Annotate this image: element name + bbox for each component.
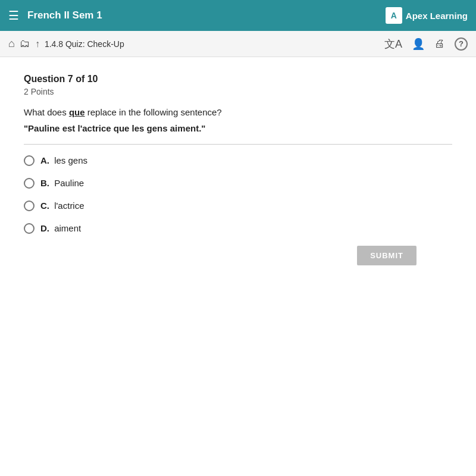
print-icon[interactable]: 🖨 bbox=[434, 37, 445, 50]
question-text: What does que replace in the following s… bbox=[24, 106, 452, 120]
top-nav: ☰ French II Sem 1 A Apex Learning bbox=[0, 0, 476, 31]
radio-b[interactable] bbox=[24, 178, 35, 189]
option-d-text: aiment bbox=[54, 223, 81, 233]
course-title: French II Sem 1 bbox=[27, 10, 102, 21]
option-b-label: B. Pauline bbox=[40, 178, 84, 188]
option-b-text: Pauline bbox=[54, 178, 84, 188]
option-d[interactable]: D. aiment bbox=[24, 223, 452, 234]
question-points: 2 Points bbox=[24, 87, 452, 96]
highlight-word: que bbox=[69, 107, 85, 117]
apex-logo-text: Apex Learning bbox=[406, 11, 468, 21]
top-nav-right: A Apex Learning bbox=[386, 7, 468, 24]
translate-icon[interactable]: 文A bbox=[384, 37, 402, 51]
radio-a[interactable] bbox=[24, 155, 35, 166]
apex-logo-icon: A bbox=[386, 7, 402, 24]
breadcrumb-text: 1.4.8 Quiz: Check-Up bbox=[45, 39, 124, 49]
top-nav-left: ☰ French II Sem 1 bbox=[8, 8, 102, 23]
home-icon[interactable]: ⌂ bbox=[8, 37, 15, 50]
option-b-letter: B. bbox=[40, 178, 49, 188]
menu-icon[interactable]: ☰ bbox=[8, 8, 19, 23]
secondary-nav-right: 文A 👤 🖨 ? bbox=[384, 37, 468, 51]
profile-icon[interactable]: 👤 bbox=[412, 37, 425, 51]
options-container: A. les gens B. Pauline C. l'actrice D. a… bbox=[24, 155, 452, 234]
option-b[interactable]: B. Pauline bbox=[24, 178, 452, 189]
option-c-text: l'actrice bbox=[54, 201, 84, 211]
option-a[interactable]: A. les gens bbox=[24, 155, 452, 166]
help-icon[interactable]: ? bbox=[455, 37, 468, 51]
secondary-nav-left: ⌂ 🗂 ↑ 1.4.8 Quiz: Check-Up bbox=[8, 37, 124, 50]
option-c-label: C. l'actrice bbox=[40, 201, 84, 211]
breadcrumb-separator: ↑ bbox=[35, 39, 40, 49]
radio-c[interactable] bbox=[24, 201, 35, 211]
apex-logo: A Apex Learning bbox=[386, 7, 468, 24]
option-c[interactable]: C. l'actrice bbox=[24, 201, 452, 211]
secondary-nav: ⌂ 🗂 ↑ 1.4.8 Quiz: Check-Up 文A 👤 🖨 ? bbox=[0, 31, 476, 57]
option-d-label: D. aiment bbox=[40, 223, 81, 233]
submit-area: SUBMIT bbox=[24, 246, 452, 265]
question-sentence: "Pauline est l'actrice que les gens aime… bbox=[24, 123, 452, 133]
option-c-letter: C. bbox=[40, 201, 49, 211]
question-prompt: What does bbox=[24, 107, 69, 117]
question-prompt-suffix: replace in the following sentence? bbox=[85, 107, 222, 117]
option-a-text: les gens bbox=[54, 155, 87, 165]
radio-d[interactable] bbox=[24, 223, 35, 234]
option-a-label: A. les gens bbox=[40, 155, 87, 165]
main-content: Question 7 of 10 2 Points What does que … bbox=[0, 57, 476, 282]
briefcase-icon[interactable]: 🗂 bbox=[20, 37, 30, 50]
option-d-letter: D. bbox=[40, 223, 49, 233]
option-a-letter: A. bbox=[40, 155, 49, 165]
submit-button[interactable]: SUBMIT bbox=[357, 246, 416, 265]
question-header: Question 7 of 10 bbox=[24, 74, 452, 84]
divider bbox=[24, 144, 452, 145]
